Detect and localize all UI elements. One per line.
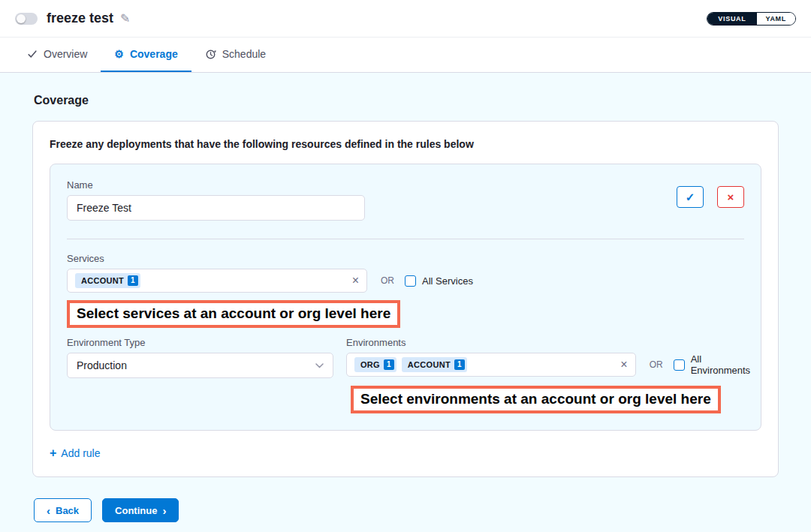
all-environments-label: All Environments (691, 353, 761, 376)
confirm-rule-button[interactable]: ✓ (677, 186, 704, 208)
environments-input[interactable]: ORG 1 ACCOUNT 1 × (346, 353, 636, 377)
environments-or-label: OR (650, 359, 663, 370)
environments-annotation: Select environments at an account or org… (351, 386, 721, 413)
environment-type-label: Environment Type (67, 337, 333, 348)
environment-type-value: Production (77, 359, 127, 371)
environment-tag[interactable]: ORG 1 (354, 357, 396, 372)
tab-overview[interactable]: Overview (14, 38, 101, 72)
back-button[interactable]: ‹ Back (34, 498, 92, 522)
name-input-value: Freeze Test (77, 202, 131, 214)
rule-actions: ✓ × (677, 179, 744, 208)
plus-icon: + (50, 447, 56, 459)
visual-yaml-toggle: VISUAL YAML (707, 12, 796, 26)
environments-label: Environments (346, 337, 761, 348)
edit-title-icon[interactable]: ✎ (120, 11, 130, 26)
environment-tag-label: ACCOUNT (408, 360, 451, 369)
environment-row: Environment Type Production Environments… (67, 337, 744, 378)
tab-schedule[interactable]: Schedule (191, 38, 279, 72)
tab-coverage-label: Coverage (130, 48, 178, 60)
chevron-right-icon: › (162, 505, 166, 516)
coverage-card: Freeze any deployments that have the fol… (32, 121, 779, 477)
add-rule-button[interactable]: + Add rule (50, 447, 101, 459)
services-annotation: Select services at an account or org lev… (67, 300, 400, 328)
all-services-label: All Services (422, 275, 473, 287)
coverage-heading: Coverage (34, 94, 811, 107)
wizard-footer: ‹ Back Continue › (34, 498, 811, 522)
services-label: Services (67, 253, 744, 264)
check-icon: ✓ (686, 191, 695, 204)
coverage-page: Coverage Freeze any deployments that hav… (0, 73, 811, 532)
environment-tag-count-badge: 1 (454, 359, 465, 370)
toggle-knob (17, 14, 26, 23)
environment-tag-count-badge: 1 (384, 359, 394, 370)
rule-name-row: Name Freeze Test ✓ × (67, 179, 744, 221)
all-services-checkbox[interactable] (405, 275, 416, 287)
name-label: Name (67, 179, 365, 191)
clear-environments-icon[interactable]: × (620, 359, 627, 371)
close-icon: × (728, 191, 734, 203)
yaml-toggle-button[interactable]: YAML (757, 13, 795, 25)
all-environments-checkbox[interactable] (674, 359, 685, 371)
name-input[interactable]: Freeze Test (67, 195, 365, 221)
schedule-clock-icon (205, 49, 216, 60)
rule-divider (67, 239, 744, 239)
visual-toggle-button[interactable]: VISUAL (707, 13, 756, 25)
add-rule-label: Add rule (61, 447, 100, 459)
services-row: ACCOUNT 1 × OR All Services (67, 269, 744, 293)
name-field-group: Name Freeze Test (67, 179, 365, 221)
page-header: freeze test ✎ VISUAL YAML (0, 0, 811, 38)
coverage-description: Freeze any deployments that have the fol… (50, 138, 761, 150)
chevron-left-icon: ‹ (47, 505, 50, 516)
services-input[interactable]: ACCOUNT 1 × (67, 269, 367, 293)
environment-type-select[interactable]: Production (67, 353, 333, 378)
freeze-enabled-toggle[interactable] (15, 13, 38, 25)
back-button-label: Back (56, 505, 79, 516)
tab-overview-label: Overview (44, 48, 87, 60)
services-field-group: Services ACCOUNT 1 × OR All Services (67, 253, 744, 293)
environments-row: ORG 1 ACCOUNT 1 × OR All Environments (346, 353, 761, 377)
tab-bar: Overview ⚙ Coverage Schedule (0, 38, 811, 73)
check-icon (27, 49, 38, 59)
rule-editor: Name Freeze Test ✓ × Services (50, 164, 761, 431)
continue-button[interactable]: Continue › (102, 498, 179, 522)
service-tag[interactable]: ACCOUNT 1 (75, 273, 140, 288)
tab-schedule-label: Schedule (222, 48, 266, 60)
services-or-label: OR (381, 275, 394, 286)
environment-tag[interactable]: ACCOUNT 1 (402, 357, 467, 372)
continue-button-label: Continue (115, 505, 157, 516)
clear-services-icon[interactable]: × (352, 275, 359, 287)
chevron-down-icon (315, 363, 324, 368)
gear-icon: ⚙ (114, 49, 124, 59)
environments-field-group: Environments ORG 1 ACCOUNT 1 × (346, 337, 761, 378)
page-title: freeze test (47, 11, 113, 26)
tab-coverage[interactable]: ⚙ Coverage (101, 38, 191, 72)
service-tag-label: ACCOUNT (81, 276, 124, 285)
environment-type-field-group: Environment Type Production (67, 337, 333, 378)
environment-tag-label: ORG (360, 360, 380, 369)
service-tag-count-badge: 1 (128, 275, 138, 286)
delete-rule-button[interactable]: × (717, 186, 744, 208)
